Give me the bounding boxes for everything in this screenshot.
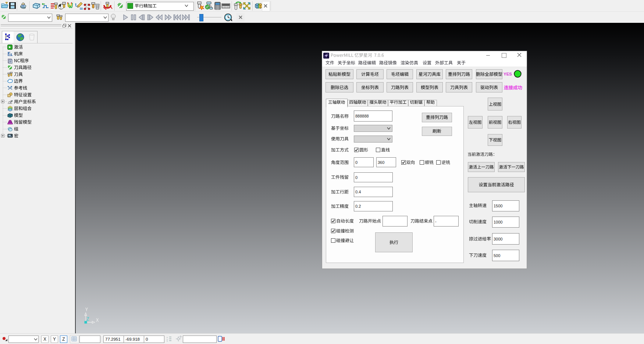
svg-text:z: z: [167, 340, 168, 342]
